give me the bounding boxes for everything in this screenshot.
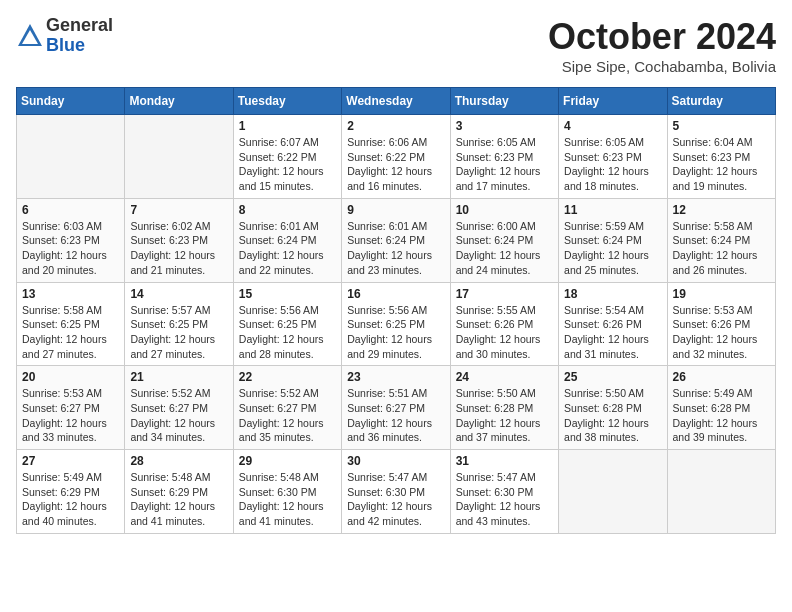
calendar-cell: 27Sunrise: 5:49 AMSunset: 6:29 PMDayligh… (17, 450, 125, 534)
day-number: 4 (564, 119, 661, 133)
day-info: Sunrise: 6:06 AMSunset: 6:22 PMDaylight:… (347, 135, 444, 194)
day-info: Sunrise: 5:47 AMSunset: 6:30 PMDaylight:… (456, 470, 553, 529)
calendar-cell: 1Sunrise: 6:07 AMSunset: 6:22 PMDaylight… (233, 115, 341, 199)
day-info: Sunrise: 5:50 AMSunset: 6:28 PMDaylight:… (564, 386, 661, 445)
day-number: 27 (22, 454, 119, 468)
day-info: Sunrise: 6:01 AMSunset: 6:24 PMDaylight:… (239, 219, 336, 278)
day-info: Sunrise: 5:55 AMSunset: 6:26 PMDaylight:… (456, 303, 553, 362)
day-info: Sunrise: 6:02 AMSunset: 6:23 PMDaylight:… (130, 219, 227, 278)
day-info: Sunrise: 5:56 AMSunset: 6:25 PMDaylight:… (347, 303, 444, 362)
calendar-cell (125, 115, 233, 199)
calendar-cell: 12Sunrise: 5:58 AMSunset: 6:24 PMDayligh… (667, 198, 775, 282)
calendar-cell: 23Sunrise: 5:51 AMSunset: 6:27 PMDayligh… (342, 366, 450, 450)
day-info: Sunrise: 5:49 AMSunset: 6:29 PMDaylight:… (22, 470, 119, 529)
calendar-cell: 29Sunrise: 5:48 AMSunset: 6:30 PMDayligh… (233, 450, 341, 534)
calendar-cell (17, 115, 125, 199)
calendar-cell: 4Sunrise: 6:05 AMSunset: 6:23 PMDaylight… (559, 115, 667, 199)
calendar-cell: 5Sunrise: 6:04 AMSunset: 6:23 PMDaylight… (667, 115, 775, 199)
day-info: Sunrise: 5:49 AMSunset: 6:28 PMDaylight:… (673, 386, 770, 445)
day-info: Sunrise: 5:50 AMSunset: 6:28 PMDaylight:… (456, 386, 553, 445)
day-number: 23 (347, 370, 444, 384)
calendar-cell: 31Sunrise: 5:47 AMSunset: 6:30 PMDayligh… (450, 450, 558, 534)
col-friday: Friday (559, 88, 667, 115)
calendar-cell: 14Sunrise: 5:57 AMSunset: 6:25 PMDayligh… (125, 282, 233, 366)
col-monday: Monday (125, 88, 233, 115)
calendar-cell: 13Sunrise: 5:58 AMSunset: 6:25 PMDayligh… (17, 282, 125, 366)
calendar-cell: 3Sunrise: 6:05 AMSunset: 6:23 PMDaylight… (450, 115, 558, 199)
day-number: 10 (456, 203, 553, 217)
day-info: Sunrise: 5:59 AMSunset: 6:24 PMDaylight:… (564, 219, 661, 278)
day-info: Sunrise: 5:47 AMSunset: 6:30 PMDaylight:… (347, 470, 444, 529)
col-saturday: Saturday (667, 88, 775, 115)
day-number: 24 (456, 370, 553, 384)
col-sunday: Sunday (17, 88, 125, 115)
day-info: Sunrise: 5:51 AMSunset: 6:27 PMDaylight:… (347, 386, 444, 445)
day-number: 29 (239, 454, 336, 468)
calendar-cell: 6Sunrise: 6:03 AMSunset: 6:23 PMDaylight… (17, 198, 125, 282)
day-number: 18 (564, 287, 661, 301)
calendar-header-row: Sunday Monday Tuesday Wednesday Thursday… (17, 88, 776, 115)
day-number: 5 (673, 119, 770, 133)
day-number: 9 (347, 203, 444, 217)
calendar-cell: 11Sunrise: 5:59 AMSunset: 6:24 PMDayligh… (559, 198, 667, 282)
day-number: 30 (347, 454, 444, 468)
calendar-cell: 26Sunrise: 5:49 AMSunset: 6:28 PMDayligh… (667, 366, 775, 450)
day-number: 20 (22, 370, 119, 384)
day-info: Sunrise: 6:03 AMSunset: 6:23 PMDaylight:… (22, 219, 119, 278)
calendar-cell: 24Sunrise: 5:50 AMSunset: 6:28 PMDayligh… (450, 366, 558, 450)
day-number: 11 (564, 203, 661, 217)
day-info: Sunrise: 6:01 AMSunset: 6:24 PMDaylight:… (347, 219, 444, 278)
calendar-week-5: 27Sunrise: 5:49 AMSunset: 6:29 PMDayligh… (17, 450, 776, 534)
calendar-cell (667, 450, 775, 534)
day-number: 3 (456, 119, 553, 133)
calendar-cell: 16Sunrise: 5:56 AMSunset: 6:25 PMDayligh… (342, 282, 450, 366)
calendar-cell: 15Sunrise: 5:56 AMSunset: 6:25 PMDayligh… (233, 282, 341, 366)
day-number: 28 (130, 454, 227, 468)
page-header: General Blue October 2024 Sipe Sipe, Coc… (16, 16, 776, 75)
day-number: 25 (564, 370, 661, 384)
calendar-cell (559, 450, 667, 534)
day-number: 22 (239, 370, 336, 384)
day-number: 16 (347, 287, 444, 301)
day-info: Sunrise: 5:57 AMSunset: 6:25 PMDaylight:… (130, 303, 227, 362)
col-tuesday: Tuesday (233, 88, 341, 115)
col-thursday: Thursday (450, 88, 558, 115)
day-info: Sunrise: 6:05 AMSunset: 6:23 PMDaylight:… (456, 135, 553, 194)
day-number: 1 (239, 119, 336, 133)
calendar-cell: 7Sunrise: 6:02 AMSunset: 6:23 PMDaylight… (125, 198, 233, 282)
day-info: Sunrise: 5:58 AMSunset: 6:25 PMDaylight:… (22, 303, 119, 362)
logo-text: General Blue (46, 16, 113, 56)
day-number: 19 (673, 287, 770, 301)
calendar-cell: 18Sunrise: 5:54 AMSunset: 6:26 PMDayligh… (559, 282, 667, 366)
logo-blue: Blue (46, 36, 113, 56)
day-number: 2 (347, 119, 444, 133)
day-info: Sunrise: 5:58 AMSunset: 6:24 PMDaylight:… (673, 219, 770, 278)
calendar-cell: 8Sunrise: 6:01 AMSunset: 6:24 PMDaylight… (233, 198, 341, 282)
day-number: 21 (130, 370, 227, 384)
day-info: Sunrise: 5:54 AMSunset: 6:26 PMDaylight:… (564, 303, 661, 362)
day-number: 8 (239, 203, 336, 217)
day-number: 15 (239, 287, 336, 301)
calendar-week-4: 20Sunrise: 5:53 AMSunset: 6:27 PMDayligh… (17, 366, 776, 450)
day-info: Sunrise: 5:53 AMSunset: 6:27 PMDaylight:… (22, 386, 119, 445)
calendar-cell: 25Sunrise: 5:50 AMSunset: 6:28 PMDayligh… (559, 366, 667, 450)
calendar-table: Sunday Monday Tuesday Wednesday Thursday… (16, 87, 776, 534)
logo-general: General (46, 16, 113, 36)
day-number: 31 (456, 454, 553, 468)
day-info: Sunrise: 5:52 AMSunset: 6:27 PMDaylight:… (130, 386, 227, 445)
day-number: 14 (130, 287, 227, 301)
day-number: 17 (456, 287, 553, 301)
logo: General Blue (16, 16, 113, 56)
calendar-week-2: 6Sunrise: 6:03 AMSunset: 6:23 PMDaylight… (17, 198, 776, 282)
day-info: Sunrise: 6:05 AMSunset: 6:23 PMDaylight:… (564, 135, 661, 194)
calendar-cell: 17Sunrise: 5:55 AMSunset: 6:26 PMDayligh… (450, 282, 558, 366)
calendar-cell: 19Sunrise: 5:53 AMSunset: 6:26 PMDayligh… (667, 282, 775, 366)
day-number: 7 (130, 203, 227, 217)
day-info: Sunrise: 5:53 AMSunset: 6:26 PMDaylight:… (673, 303, 770, 362)
col-wednesday: Wednesday (342, 88, 450, 115)
calendar-cell: 2Sunrise: 6:06 AMSunset: 6:22 PMDaylight… (342, 115, 450, 199)
calendar-week-1: 1Sunrise: 6:07 AMSunset: 6:22 PMDaylight… (17, 115, 776, 199)
day-info: Sunrise: 6:04 AMSunset: 6:23 PMDaylight:… (673, 135, 770, 194)
calendar-cell: 10Sunrise: 6:00 AMSunset: 6:24 PMDayligh… (450, 198, 558, 282)
day-info: Sunrise: 5:48 AMSunset: 6:30 PMDaylight:… (239, 470, 336, 529)
